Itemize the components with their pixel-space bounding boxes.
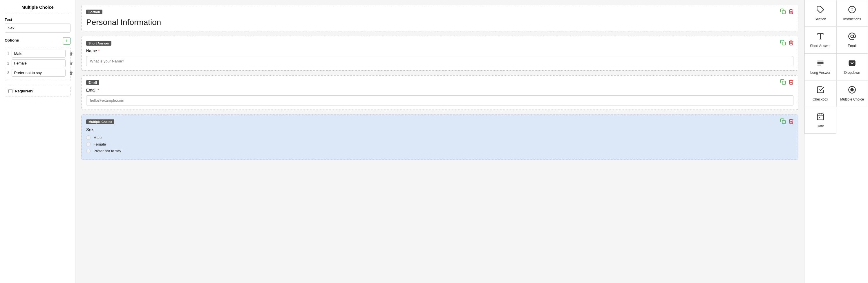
tool-email-label: Email [848, 44, 857, 48]
tool-date[interactable]: Date [804, 107, 836, 134]
text-a-icon [816, 32, 825, 42]
email-delete-button[interactable] [788, 79, 794, 86]
email-block: Email Email * [81, 75, 798, 110]
tool-dropdown[interactable]: Dropdown [836, 53, 868, 80]
section-tag: Section [86, 9, 102, 14]
option-row-3: 3 🗑 [7, 69, 68, 77]
svg-point-17 [851, 88, 854, 91]
option-input-1[interactable] [11, 50, 66, 58]
section-title: Personal Information [86, 18, 794, 27]
text-label: Text [5, 18, 70, 22]
tool-multiple-choice-label: Multiple Choice [840, 97, 864, 102]
option-input-3[interactable] [11, 69, 66, 77]
required-label[interactable]: Required? [15, 89, 33, 93]
puzzle-icon [816, 5, 825, 16]
mc-radio-3[interactable] [86, 149, 91, 153]
tool-short-answer-label: Short Answer [810, 44, 831, 48]
svg-rect-22 [819, 117, 820, 118]
tool-instructions-label: Instructions [843, 17, 861, 21]
mc-option-label-3: Prefer not to say [93, 149, 121, 153]
info-icon [848, 5, 856, 16]
option-num-2: 2 [7, 61, 9, 65]
center-panel: Section Personal Information Short Answe… [75, 0, 804, 283]
multiple-choice-question: Sex [86, 127, 794, 132]
tool-section-label: Section [815, 17, 826, 21]
multiple-choice-delete-button[interactable] [788, 118, 794, 125]
email-question: Email * [86, 88, 794, 92]
left-panel: Multiple Choice Text Options + 1 🗑 2 🗑 3… [0, 0, 75, 283]
add-option-button[interactable]: + [63, 37, 70, 45]
section-copy-button[interactable] [780, 8, 786, 15]
email-input[interactable] [86, 95, 794, 106]
option-row-2: 2 🗑 [7, 59, 68, 67]
svg-rect-0 [782, 11, 785, 14]
svg-rect-1 [782, 42, 785, 45]
short-answer-actions [780, 40, 794, 47]
chevron-down-icon [848, 59, 856, 69]
option-delete-2[interactable]: 🗑 [68, 60, 74, 66]
tool-checkbox[interactable]: Checkbox [804, 80, 836, 107]
options-list: 1 🗑 2 🗑 3 🗑 [5, 47, 70, 81]
lines-icon [816, 59, 825, 69]
email-copy-button[interactable] [780, 79, 786, 86]
panel-title: Multiple Choice [5, 5, 70, 13]
option-row-1: 1 🗑 [7, 50, 68, 58]
text-field[interactable] [5, 24, 70, 32]
option-input-2[interactable] [11, 59, 66, 67]
section-actions [780, 8, 794, 15]
calendar-icon [816, 112, 825, 122]
tool-instructions[interactable]: Instructions [836, 0, 868, 27]
required-row: Required? [5, 86, 70, 96]
check-square-icon [816, 86, 825, 95]
section-delete-button[interactable] [788, 8, 794, 15]
right-panel: Section Instructions Short Answer [804, 0, 868, 283]
multiple-choice-copy-button[interactable] [780, 118, 786, 125]
tool-section[interactable]: Section [804, 0, 836, 27]
tool-long-answer-label: Long Answer [810, 70, 830, 75]
svg-rect-15 [849, 60, 856, 66]
radio-icon [848, 86, 856, 95]
short-answer-delete-button[interactable] [788, 40, 794, 47]
multiple-choice-actions [780, 118, 794, 125]
short-answer-input[interactable] [86, 56, 794, 66]
mc-radio-1[interactable] [86, 135, 91, 140]
tool-long-answer[interactable]: Long Answer [804, 53, 836, 80]
mc-option-3: Prefer not to say [86, 149, 794, 153]
short-answer-copy-button[interactable] [780, 40, 786, 47]
tool-dropdown-label: Dropdown [844, 70, 860, 75]
svg-rect-2 [782, 81, 785, 85]
mc-option-1: Male [86, 135, 794, 140]
mc-option-label-2: Female [93, 142, 106, 146]
at-icon [848, 32, 856, 42]
tool-checkbox-label: Checkbox [813, 97, 828, 102]
svg-rect-3 [782, 120, 785, 124]
tool-date-label: Date [817, 124, 824, 128]
svg-point-10 [851, 35, 854, 37]
multiple-choice-tag: Multiple Choice [86, 119, 114, 124]
multiple-choice-block: Multiple Choice Sex Male Female Prefer n… [81, 114, 798, 160]
option-delete-3[interactable]: 🗑 [68, 70, 74, 76]
short-answer-question: Name * [86, 49, 794, 53]
tool-multiple-choice[interactable]: Multiple Choice [836, 80, 868, 107]
mc-radio-2[interactable] [86, 142, 91, 146]
short-answer-block: Short Answer Name * [81, 36, 798, 70]
option-num-1: 1 [7, 52, 9, 56]
tool-email[interactable]: Email [836, 27, 868, 53]
mc-option-2: Female [86, 142, 794, 146]
email-actions [780, 79, 794, 86]
option-num-3: 3 [7, 71, 9, 75]
required-checkbox[interactable] [8, 89, 12, 93]
tool-short-answer[interactable]: Short Answer [804, 27, 836, 53]
mc-option-label-1: Male [93, 135, 101, 140]
option-delete-1[interactable]: 🗑 [68, 51, 74, 57]
email-tag: Email [86, 80, 99, 85]
svg-rect-18 [817, 114, 823, 120]
options-label: Options [5, 38, 19, 43]
section-block: Section Personal Information [81, 5, 798, 31]
short-answer-tag: Short Answer [86, 41, 112, 46]
